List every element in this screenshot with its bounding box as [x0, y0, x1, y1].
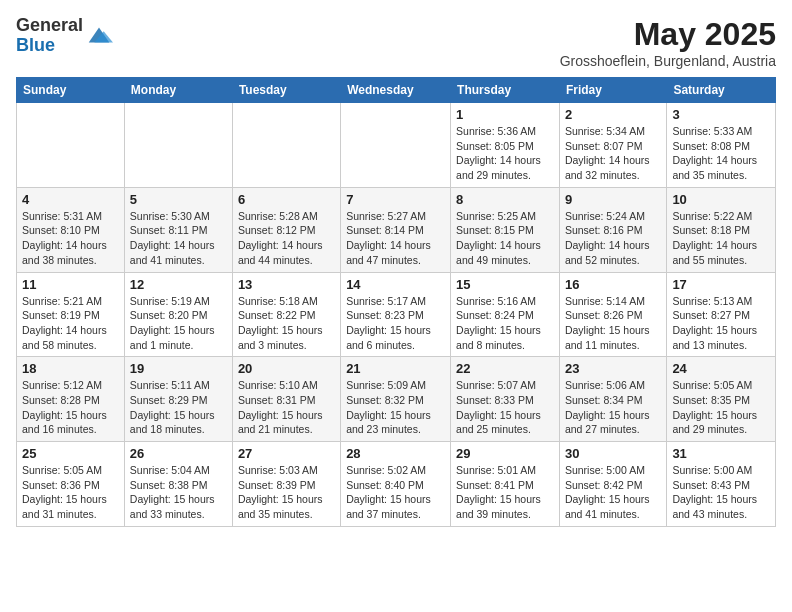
logo-blue: Blue [16, 35, 55, 55]
calendar-cell [341, 103, 451, 188]
calendar-cell: 12Sunrise: 5:19 AMSunset: 8:20 PMDayligh… [124, 272, 232, 357]
day-info: Sunrise: 5:09 AMSunset: 8:32 PMDaylight:… [346, 378, 445, 437]
day-info: Sunrise: 5:13 AMSunset: 8:27 PMDaylight:… [672, 294, 770, 353]
page-header: General Blue May 2025 Grosshoeflein, Bur… [16, 16, 776, 69]
day-info: Sunrise: 5:11 AMSunset: 8:29 PMDaylight:… [130, 378, 227, 437]
calendar-cell: 17Sunrise: 5:13 AMSunset: 8:27 PMDayligh… [667, 272, 776, 357]
calendar-cell: 1Sunrise: 5:36 AMSunset: 8:05 PMDaylight… [451, 103, 560, 188]
day-number: 26 [130, 446, 227, 461]
day-info: Sunrise: 5:31 AMSunset: 8:10 PMDaylight:… [22, 209, 119, 268]
day-number: 14 [346, 277, 445, 292]
weekday-header-row: SundayMondayTuesdayWednesdayThursdayFrid… [17, 78, 776, 103]
day-number: 17 [672, 277, 770, 292]
day-number: 28 [346, 446, 445, 461]
logo: General Blue [16, 16, 113, 56]
calendar-cell: 10Sunrise: 5:22 AMSunset: 8:18 PMDayligh… [667, 187, 776, 272]
calendar-cell: 21Sunrise: 5:09 AMSunset: 8:32 PMDayligh… [341, 357, 451, 442]
day-number: 8 [456, 192, 554, 207]
day-info: Sunrise: 5:00 AMSunset: 8:42 PMDaylight:… [565, 463, 661, 522]
day-number: 18 [22, 361, 119, 376]
day-number: 24 [672, 361, 770, 376]
day-info: Sunrise: 5:02 AMSunset: 8:40 PMDaylight:… [346, 463, 445, 522]
day-info: Sunrise: 5:25 AMSunset: 8:15 PMDaylight:… [456, 209, 554, 268]
day-info: Sunrise: 5:18 AMSunset: 8:22 PMDaylight:… [238, 294, 335, 353]
calendar-cell: 5Sunrise: 5:30 AMSunset: 8:11 PMDaylight… [124, 187, 232, 272]
calendar-cell: 23Sunrise: 5:06 AMSunset: 8:34 PMDayligh… [559, 357, 666, 442]
calendar-cell: 24Sunrise: 5:05 AMSunset: 8:35 PMDayligh… [667, 357, 776, 442]
calendar-cell: 27Sunrise: 5:03 AMSunset: 8:39 PMDayligh… [232, 442, 340, 527]
day-number: 23 [565, 361, 661, 376]
day-number: 21 [346, 361, 445, 376]
day-info: Sunrise: 5:01 AMSunset: 8:41 PMDaylight:… [456, 463, 554, 522]
calendar-cell: 13Sunrise: 5:18 AMSunset: 8:22 PMDayligh… [232, 272, 340, 357]
calendar-cell: 26Sunrise: 5:04 AMSunset: 8:38 PMDayligh… [124, 442, 232, 527]
day-info: Sunrise: 5:06 AMSunset: 8:34 PMDaylight:… [565, 378, 661, 437]
day-info: Sunrise: 5:14 AMSunset: 8:26 PMDaylight:… [565, 294, 661, 353]
day-number: 7 [346, 192, 445, 207]
calendar-week-4: 18Sunrise: 5:12 AMSunset: 8:28 PMDayligh… [17, 357, 776, 442]
day-number: 27 [238, 446, 335, 461]
calendar-cell: 9Sunrise: 5:24 AMSunset: 8:16 PMDaylight… [559, 187, 666, 272]
day-info: Sunrise: 5:30 AMSunset: 8:11 PMDaylight:… [130, 209, 227, 268]
day-info: Sunrise: 5:05 AMSunset: 8:36 PMDaylight:… [22, 463, 119, 522]
calendar-cell: 15Sunrise: 5:16 AMSunset: 8:24 PMDayligh… [451, 272, 560, 357]
calendar-cell: 18Sunrise: 5:12 AMSunset: 8:28 PMDayligh… [17, 357, 125, 442]
day-info: Sunrise: 5:00 AMSunset: 8:43 PMDaylight:… [672, 463, 770, 522]
calendar-cell: 8Sunrise: 5:25 AMSunset: 8:15 PMDaylight… [451, 187, 560, 272]
day-info: Sunrise: 5:05 AMSunset: 8:35 PMDaylight:… [672, 378, 770, 437]
weekday-header-monday: Monday [124, 78, 232, 103]
calendar-week-2: 4Sunrise: 5:31 AMSunset: 8:10 PMDaylight… [17, 187, 776, 272]
day-info: Sunrise: 5:36 AMSunset: 8:05 PMDaylight:… [456, 124, 554, 183]
calendar-cell [124, 103, 232, 188]
calendar-cell: 28Sunrise: 5:02 AMSunset: 8:40 PMDayligh… [341, 442, 451, 527]
day-number: 1 [456, 107, 554, 122]
calendar-cell: 4Sunrise: 5:31 AMSunset: 8:10 PMDaylight… [17, 187, 125, 272]
day-number: 16 [565, 277, 661, 292]
day-info: Sunrise: 5:19 AMSunset: 8:20 PMDaylight:… [130, 294, 227, 353]
day-info: Sunrise: 5:22 AMSunset: 8:18 PMDaylight:… [672, 209, 770, 268]
day-number: 13 [238, 277, 335, 292]
month-title: May 2025 [560, 16, 776, 53]
day-number: 4 [22, 192, 119, 207]
calendar-cell: 16Sunrise: 5:14 AMSunset: 8:26 PMDayligh… [559, 272, 666, 357]
day-number: 12 [130, 277, 227, 292]
day-number: 10 [672, 192, 770, 207]
day-number: 30 [565, 446, 661, 461]
calendar-cell: 29Sunrise: 5:01 AMSunset: 8:41 PMDayligh… [451, 442, 560, 527]
day-info: Sunrise: 5:12 AMSunset: 8:28 PMDaylight:… [22, 378, 119, 437]
day-info: Sunrise: 5:04 AMSunset: 8:38 PMDaylight:… [130, 463, 227, 522]
calendar-cell [17, 103, 125, 188]
day-info: Sunrise: 5:33 AMSunset: 8:08 PMDaylight:… [672, 124, 770, 183]
weekday-header-wednesday: Wednesday [341, 78, 451, 103]
day-info: Sunrise: 5:24 AMSunset: 8:16 PMDaylight:… [565, 209, 661, 268]
day-number: 22 [456, 361, 554, 376]
logo-icon [85, 22, 113, 50]
logo-general: General [16, 15, 83, 35]
calendar-cell: 3Sunrise: 5:33 AMSunset: 8:08 PMDaylight… [667, 103, 776, 188]
calendar-cell: 14Sunrise: 5:17 AMSunset: 8:23 PMDayligh… [341, 272, 451, 357]
weekday-header-sunday: Sunday [17, 78, 125, 103]
day-info: Sunrise: 5:27 AMSunset: 8:14 PMDaylight:… [346, 209, 445, 268]
day-number: 15 [456, 277, 554, 292]
calendar-week-3: 11Sunrise: 5:21 AMSunset: 8:19 PMDayligh… [17, 272, 776, 357]
title-block: May 2025 Grosshoeflein, Burgenland, Aust… [560, 16, 776, 69]
day-number: 5 [130, 192, 227, 207]
day-info: Sunrise: 5:16 AMSunset: 8:24 PMDaylight:… [456, 294, 554, 353]
day-number: 29 [456, 446, 554, 461]
day-number: 3 [672, 107, 770, 122]
calendar-cell: 22Sunrise: 5:07 AMSunset: 8:33 PMDayligh… [451, 357, 560, 442]
calendar-week-1: 1Sunrise: 5:36 AMSunset: 8:05 PMDaylight… [17, 103, 776, 188]
day-info: Sunrise: 5:07 AMSunset: 8:33 PMDaylight:… [456, 378, 554, 437]
day-number: 6 [238, 192, 335, 207]
day-info: Sunrise: 5:21 AMSunset: 8:19 PMDaylight:… [22, 294, 119, 353]
location-title: Grosshoeflein, Burgenland, Austria [560, 53, 776, 69]
day-number: 25 [22, 446, 119, 461]
weekday-header-friday: Friday [559, 78, 666, 103]
calendar-table: SundayMondayTuesdayWednesdayThursdayFrid… [16, 77, 776, 527]
day-number: 2 [565, 107, 661, 122]
day-number: 9 [565, 192, 661, 207]
calendar-cell: 6Sunrise: 5:28 AMSunset: 8:12 PMDaylight… [232, 187, 340, 272]
calendar-cell: 2Sunrise: 5:34 AMSunset: 8:07 PMDaylight… [559, 103, 666, 188]
day-number: 19 [130, 361, 227, 376]
calendar-cell: 7Sunrise: 5:27 AMSunset: 8:14 PMDaylight… [341, 187, 451, 272]
